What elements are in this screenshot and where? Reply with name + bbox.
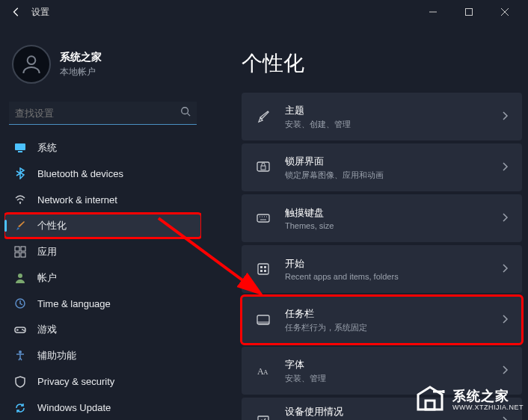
watermark-url: WWW.XTZHIJIA.NET xyxy=(452,404,524,411)
svg-text:A: A xyxy=(263,368,268,376)
sidebar-item-time[interactable]: Time & language xyxy=(4,291,201,316)
fonts-icon: AA xyxy=(255,362,271,379)
setting-item-start[interactable]: 开始Recent apps and items, folders xyxy=(242,245,522,293)
sidebar-item-label: 帐户 xyxy=(37,271,57,285)
svg-point-16 xyxy=(23,330,25,331)
search-input[interactable] xyxy=(15,108,180,119)
sidebar-item-gaming[interactable]: 游戏 xyxy=(4,318,201,342)
setting-text: 触摸键盘Themes, size xyxy=(285,206,488,230)
brush-icon xyxy=(13,219,27,232)
setting-item-themes[interactable]: 主题安装、创建、管理 xyxy=(242,93,522,140)
svg-rect-27 xyxy=(260,266,263,268)
chevron-right-icon xyxy=(501,415,509,420)
svg-rect-29 xyxy=(260,270,263,272)
svg-point-3 xyxy=(182,108,188,114)
svg-rect-11 xyxy=(21,253,25,257)
sidebar-item-update[interactable]: Windows Update xyxy=(4,395,201,420)
setting-subtitle: Themes, size xyxy=(285,221,488,230)
svg-rect-10 xyxy=(15,253,19,257)
sidebar-item-label: 系统 xyxy=(37,141,57,155)
window-title: 设置 xyxy=(31,6,49,19)
taskbar-icon xyxy=(255,312,271,328)
update-icon xyxy=(13,401,27,415)
user-block[interactable]: 系统之家 本地帐户 xyxy=(4,30,201,99)
setting-title: 主题 xyxy=(285,104,488,117)
nav-list: 系统Bluetooth & devicesNetwork & internet个… xyxy=(4,135,201,420)
search-icon xyxy=(180,106,191,120)
wifi-icon xyxy=(13,193,27,206)
sidebar-item-personalization[interactable]: 个性化 xyxy=(4,214,201,238)
sidebar-item-label: Time & language xyxy=(37,298,111,309)
svg-point-2 xyxy=(28,56,36,64)
monitor-icon xyxy=(13,141,27,155)
user-account-type: 本地帐户 xyxy=(60,66,102,78)
svg-point-7 xyxy=(19,203,21,204)
setting-title: 字体 xyxy=(285,358,488,371)
setting-subtitle: Recent apps and items, folders xyxy=(285,272,488,281)
svg-point-12 xyxy=(18,274,22,278)
setting-item-lockscreen[interactable]: 锁屏界面锁定屏幕图像、应用和动画 xyxy=(242,143,522,191)
sidebar-item-label: 辅助功能 xyxy=(37,349,76,362)
setting-text: 任务栏任务栏行为，系统固定 xyxy=(285,307,488,333)
keyboard-icon xyxy=(255,210,271,226)
back-button[interactable] xyxy=(6,1,27,22)
accessibility-icon xyxy=(13,349,27,362)
svg-rect-35 xyxy=(258,416,268,420)
setting-subtitle: 安装、管理 xyxy=(285,373,488,384)
setting-subtitle: 任务栏行为，系统固定 xyxy=(285,322,488,333)
setting-item-touchkbd[interactable]: 触摸键盘Themes, size xyxy=(242,194,522,242)
setting-title: 任务栏 xyxy=(285,307,488,321)
setting-text: 锁屏界面锁定屏幕图像、应用和动画 xyxy=(285,155,488,181)
sidebar-item-label: 游戏 xyxy=(37,323,57,336)
setting-text: 主题安装、创建、管理 xyxy=(285,104,488,130)
svg-rect-20 xyxy=(257,214,269,222)
sidebar-item-system[interactable]: 系统 xyxy=(4,135,201,160)
svg-rect-39 xyxy=(426,401,435,410)
sidebar-item-label: Network & internet xyxy=(37,194,117,206)
lock-icon xyxy=(255,159,271,176)
chevron-right-icon xyxy=(501,211,509,225)
svg-rect-28 xyxy=(264,266,266,268)
watermark-text: 系统之家 xyxy=(452,387,524,405)
svg-rect-26 xyxy=(258,264,268,274)
page-title: 个性化 xyxy=(242,49,522,78)
chevron-right-icon xyxy=(501,364,509,377)
svg-rect-6 xyxy=(18,151,22,152)
close-button[interactable] xyxy=(488,1,522,22)
search-box[interactable] xyxy=(9,102,197,125)
sidebar-item-label: Windows Update xyxy=(37,402,111,413)
setting-subtitle: 安装、创建、管理 xyxy=(285,119,488,130)
person-icon xyxy=(13,271,27,285)
sidebar-item-privacy[interactable]: Privacy & security xyxy=(4,369,201,394)
svg-rect-8 xyxy=(15,247,19,251)
chevron-right-icon xyxy=(501,313,509,327)
maximize-button[interactable] xyxy=(452,1,486,22)
svg-rect-9 xyxy=(21,247,25,251)
setting-subtitle: 锁定屏幕图像、应用和动画 xyxy=(285,170,488,181)
avatar xyxy=(12,45,51,84)
shield-icon xyxy=(13,375,27,389)
sidebar-item-label: 应用 xyxy=(37,245,57,259)
sidebar-item-apps[interactable]: 应用 xyxy=(4,239,201,264)
sidebar-item-label: Bluetooth & devices xyxy=(37,168,123,179)
svg-point-15 xyxy=(22,329,23,330)
setting-title: 触摸键盘 xyxy=(285,206,488,220)
sidebar-item-network[interactable]: Network & internet xyxy=(4,188,201,212)
setting-item-taskbar[interactable]: 任务栏任务栏行为，系统固定 xyxy=(242,296,522,344)
sidebar-item-label: Privacy & security xyxy=(37,376,114,387)
sidebar-item-bluetooth[interactable]: Bluetooth & devices xyxy=(4,161,201,186)
sidebar-item-label: 个性化 xyxy=(37,219,67,232)
chevron-right-icon xyxy=(501,262,509,276)
minimize-button[interactable] xyxy=(416,1,450,22)
svg-rect-30 xyxy=(264,270,266,272)
setting-text: 字体安装、管理 xyxy=(285,358,488,384)
sidebar: 系统之家 本地帐户 系统Bluetooth & devicesNetwork &… xyxy=(0,24,206,420)
user-name: 系统之家 xyxy=(60,51,102,64)
svg-rect-19 xyxy=(261,166,265,170)
sidebar-item-accounts[interactable]: 帐户 xyxy=(4,265,201,290)
chevron-right-icon xyxy=(501,161,509,174)
usage-icon xyxy=(255,413,271,420)
sidebar-item-accessibility[interactable]: 辅助功能 xyxy=(4,344,201,368)
setting-list: 主题安装、创建、管理锁屏界面锁定屏幕图像、应用和动画触摸键盘Themes, si… xyxy=(242,93,522,420)
setting-title: 锁屏界面 xyxy=(285,155,488,168)
